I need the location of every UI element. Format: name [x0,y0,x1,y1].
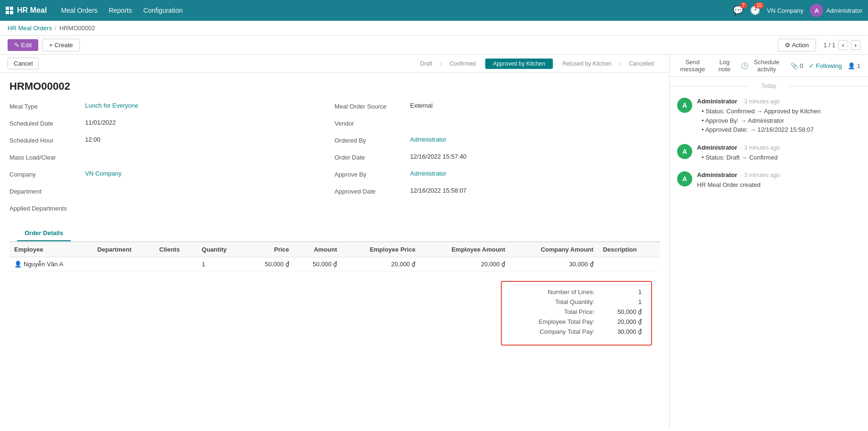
vendor-row: Vendor [335,119,645,131]
scheduled-date-value: 11/01/2022 [85,119,320,126]
message-count-button[interactable]: 📎 0 [791,62,803,69]
col-department: Department [93,242,155,257]
action-button[interactable]: ⚙ Action [778,39,816,51]
followers-button[interactable]: 👤 1 [848,62,860,69]
department-label: Department [9,187,85,195]
send-message-button[interactable]: Send message [677,59,708,73]
form-right-section: Meal Order Source External Vendor Ordere… [335,102,660,221]
message-count: 0 [800,62,803,69]
nav-configuration[interactable]: Configuration [138,5,187,16]
summary-company-pay-value: 30,000 ₫ [604,328,642,335]
summary-company-pay-row: Company Total Pay: 30,000 ₫ [511,328,642,335]
approved-date-row: Approved Date 12/16/2022 15:58:07 [335,187,645,199]
department-row: Department [9,187,320,199]
cell-employee-amount: 20,000 ₫ [420,257,510,271]
step-refused-by-kitchen[interactable]: Refused by Kitchen [555,59,619,69]
summary-lines-value: 1 [604,288,642,296]
approved-date-label: Approved Date [335,187,410,195]
summary-price-value: 50,000 ₫ [604,308,642,315]
meal-order-source-label: Meal Order Source [335,102,410,110]
mass-load-label: Mass Load/Clear [9,153,85,161]
today-divider: Today [670,83,868,89]
summary-lines-label: Number of Lines: [511,288,604,296]
applied-departments-label: Applied Departments [9,204,85,212]
form-content: HRMO00002 Meal Type Lunch for Everyone S… [0,73,669,363]
breadcrumb-separator: / [55,25,57,32]
msg-avatar: A [677,144,692,159]
msg-author: Administrator [697,171,737,178]
activity-count: 15 [754,2,764,8]
msg-time: · 3 minutes ago [741,144,780,151]
meal-order-source-row: Meal Order Source External [335,102,645,114]
msg-body: Administrator · 3 minutes ago Status: Co… [697,98,860,135]
approve-by-value[interactable]: Administrator [410,170,645,177]
following-button[interactable]: ✓ Following [809,62,842,69]
company-value[interactable]: VN Company [85,170,320,177]
scheduled-date-row: Scheduled Date 11/01/2022 [9,119,320,131]
ordered-by-label: Ordered By [335,136,410,144]
nav-meal-orders[interactable]: Meal Orders [56,5,102,16]
msg-body: Administrator · 3 minutes ago HR Meal Or… [697,171,860,190]
meal-order-source-value: External [410,102,645,109]
toolbar: ✎ Edit + Create ⚙ Action 1 / 1 ‹ › [0,36,868,55]
msg-content: HR Meal Order created [697,180,860,190]
breadcrumb-parent[interactable]: HR Meal Orders [8,25,52,32]
user-avatar: A [810,4,823,17]
app-brand[interactable]: HR Meal [6,6,47,15]
tab-order-details[interactable]: Order Details [17,226,71,241]
nav-company[interactable]: VN Company [767,7,803,14]
follower-count: 1 [857,62,860,69]
msg-time: · 3 minutes ago [741,172,780,178]
ordered-by-row: Ordered By Administrator [335,136,645,148]
msg-avatar: A [677,171,692,186]
cancel-button[interactable]: Cancel [8,58,39,69]
cell-clients [155,257,197,271]
msg-avatar: A [677,98,692,113]
ordered-by-value[interactable]: Administrator [410,136,645,143]
paperclip-icon: 📎 [791,62,798,69]
summary-price-label: Total Price: [511,308,604,315]
col-employee-price: Employee Price [342,242,420,257]
activity-badge[interactable]: 🕐 15 [750,5,760,16]
step-cancelled[interactable]: Cancelled [621,59,662,69]
order-date-row: Order Date 12/16/2022 15:57:40 [335,153,645,165]
log-note-button[interactable]: Log note [715,59,733,73]
app-name: HR Meal [17,6,47,15]
msg-time: · 3 minutes ago [741,98,780,105]
chatter-messages: A Administrator · 3 minutes ago Status: … [670,93,868,194]
order-date-value: 12/16/2022 15:57:40 [410,153,645,160]
grid-icon [6,7,13,14]
col-company-amount: Company Amount [510,242,598,257]
nav-reports[interactable]: Reports [104,5,137,16]
checkmark-icon: ✓ [809,62,814,69]
cell-amount: 50,000 ₫ [294,257,342,271]
col-employee-amount: Employee Amount [420,242,510,257]
edit-button[interactable]: ✎ Edit [8,39,38,51]
approve-by-row: Approve By Administrator [335,170,645,182]
create-button[interactable]: + Create [42,39,80,51]
messages-badge[interactable]: 💬 7 [733,5,743,16]
step-confirmed[interactable]: Confirmed [442,59,483,69]
table-row[interactable]: 👤Nguyễn Văn A 1 50,000 ₫ 50,000 ₫ 20,000… [9,257,660,271]
nav-menu: Meal Orders Reports Configuration [56,5,723,16]
cell-price: 50,000 ₫ [246,257,293,271]
summary-price-row: Total Price: 50,000 ₫ [511,308,642,315]
summary-employee-pay-row: Employee Total Pay: 20,000 ₫ [511,318,642,325]
navbar-right: 💬 7 🕐 15 VN Company A Administrator [733,4,862,17]
step-approved-by-kitchen[interactable]: Approved by Kitchen [485,59,553,69]
prev-record-button[interactable]: ‹ [838,40,848,50]
meal-type-value[interactable]: Lunch for Everyone [85,102,320,109]
nav-user[interactable]: A Administrator [810,4,862,17]
navbar: HR Meal Meal Orders Reports Configuratio… [0,0,868,21]
mass-load-row: Mass Load/Clear [9,153,320,165]
schedule-activity-button[interactable]: 🕐 Schedule activity [741,59,782,73]
form-title: HRMO00002 [9,80,660,93]
step-draft[interactable]: Draft [413,59,440,69]
col-quantity: Quantity [197,242,246,257]
breadcrumb: HR Meal Orders / HRMO00002 [0,21,868,36]
chatter-message: A Administrator · 3 minutes ago Status: … [670,93,868,139]
form-panel: Cancel Draft › Confirmed › Approved by K… [0,55,670,428]
vendor-label: Vendor [335,119,410,127]
following-label: Following [816,62,842,69]
next-record-button[interactable]: › [851,40,860,50]
